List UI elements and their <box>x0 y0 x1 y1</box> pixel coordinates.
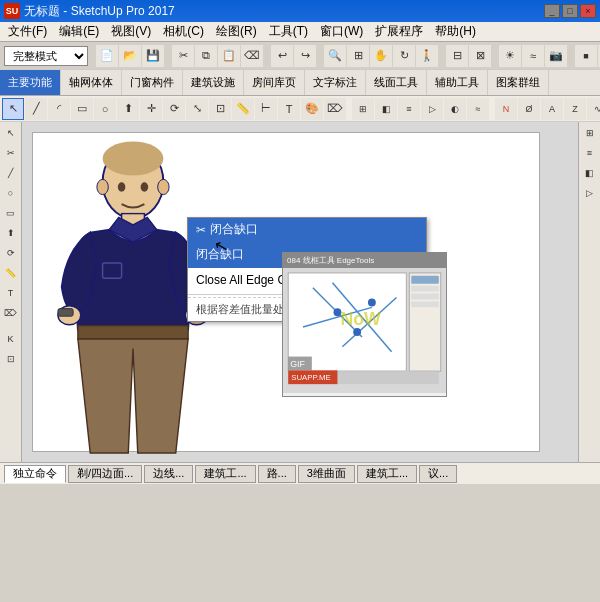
left-tool-1[interactable]: ↖ <box>2 124 20 142</box>
menu-tools[interactable]: 工具(T) <box>263 21 314 42</box>
left-tool-5[interactable]: ▭ <box>2 204 20 222</box>
extra2[interactable]: Ø <box>518 98 540 120</box>
extra3[interactable]: A <box>541 98 563 120</box>
shadows-btn[interactable]: ◐ <box>444 98 466 120</box>
fog-btn[interactable]: ≈ <box>467 98 489 120</box>
left-tool-11[interactable]: K <box>2 330 20 348</box>
svg-point-10 <box>158 179 169 194</box>
func-tab-text[interactable]: 文字标注 <box>305 70 366 95</box>
bottom-tab-1[interactable]: 剃/四边面... <box>68 465 142 483</box>
left-tool-8[interactable]: 📏 <box>2 264 20 282</box>
fog-button[interactable]: ≈ <box>522 45 544 67</box>
offset-tool[interactable]: ⊡ <box>209 98 231 120</box>
window-controls[interactable]: _ □ × <box>544 4 596 18</box>
section-plane-button[interactable]: ⊟ <box>446 45 468 67</box>
left-tool-10[interactable]: ⌦ <box>2 304 20 322</box>
extra1[interactable]: N <box>495 98 517 120</box>
svg-rect-11 <box>58 309 73 317</box>
zoom-button[interactable]: 🔍 <box>324 45 346 67</box>
new-button[interactable]: 📄 <box>96 45 118 67</box>
select-tool[interactable]: ↖ <box>2 98 24 120</box>
func-tab-pattern[interactable]: 图案群组 <box>488 70 549 95</box>
func-tab-line[interactable]: 线面工具 <box>366 70 427 95</box>
standard-tools: 📄 📂 💾 <box>96 45 164 67</box>
walk-button[interactable]: 🚶 <box>416 45 438 67</box>
maximize-button[interactable]: □ <box>562 4 578 18</box>
zoom-ext-button[interactable]: ⊞ <box>347 45 369 67</box>
rotate-tool[interactable]: ⟳ <box>163 98 185 120</box>
func-tab-main[interactable]: 主要功能 <box>0 70 61 95</box>
bottom-tab-7[interactable]: 议... <box>419 465 457 483</box>
shadow-button[interactable]: ☀ <box>499 45 521 67</box>
left-tool-3[interactable]: ╱ <box>2 164 20 182</box>
match-photo-button[interactable]: 📷 <box>545 45 567 67</box>
menu-window[interactable]: 窗口(W) <box>314 21 369 42</box>
menu-help[interactable]: 帮助(H) <box>429 21 482 42</box>
draw-rect[interactable]: ▭ <box>71 98 93 120</box>
menu-camera[interactable]: 相机(C) <box>157 21 210 42</box>
pan-button[interactable]: ✋ <box>370 45 392 67</box>
func-tab-row: 主要功能 轴网体体 门窗构件 建筑设施 房间库页 文字标注 线面工具 辅助工具 … <box>0 70 600 96</box>
app-icon: SU <box>4 3 20 19</box>
draw-circle[interactable]: ○ <box>94 98 116 120</box>
open-button[interactable]: 📂 <box>119 45 141 67</box>
rp-tool-1[interactable]: ⊞ <box>581 124 599 142</box>
minimize-button[interactable]: _ <box>544 4 560 18</box>
left-tool-2[interactable]: ✂ <box>2 144 20 162</box>
func-tab-axis[interactable]: 轴网体体 <box>61 70 122 95</box>
bottom-tab-2[interactable]: 边线... <box>144 465 193 483</box>
erase-button[interactable]: ⌫ <box>241 45 263 67</box>
menu-extensions[interactable]: 扩展程序 <box>369 21 429 42</box>
mode-selector[interactable]: 完整模式 <box>4 46 88 66</box>
func-tab-assist[interactable]: 辅助工具 <box>427 70 488 95</box>
materials-btn[interactable]: ◧ <box>375 98 397 120</box>
canvas-area[interactable]: ✂ 闭合缺口 闭合缺口 Close All Edge Gaps 根据容差值批量处… <box>22 122 600 462</box>
left-tool-6[interactable]: ⬆ <box>2 224 20 242</box>
paint-bucket[interactable]: 🎨 <box>301 98 323 120</box>
menu-bar: 文件(F) 编辑(E) 视图(V) 相机(C) 绘图(R) 工具(T) 窗口(W… <box>0 22 600 42</box>
layers-btn[interactable]: ≡ <box>398 98 420 120</box>
func-tab-door[interactable]: 门窗构件 <box>122 70 183 95</box>
left-tool-4[interactable]: ○ <box>2 184 20 202</box>
components-btn[interactable]: ⊞ <box>352 98 374 120</box>
extra4[interactable]: Z <box>564 98 586 120</box>
menu-draw[interactable]: 绘图(R) <box>210 21 263 42</box>
draw-arc[interactable]: ◜ <box>48 98 70 120</box>
menu-edit[interactable]: 编辑(E) <box>53 21 105 42</box>
cut-button[interactable]: ✂ <box>172 45 194 67</box>
func-tab-room[interactable]: 房间库页 <box>244 70 305 95</box>
left-tool-7[interactable]: ⟳ <box>2 244 20 262</box>
left-tool-12[interactable]: ⊡ <box>2 350 20 368</box>
rp-tool-3[interactable]: ◧ <box>581 164 599 182</box>
bottom-tab-4[interactable]: 路... <box>258 465 296 483</box>
left-tool-9[interactable]: T <box>2 284 20 302</box>
move-tool[interactable]: ✛ <box>140 98 162 120</box>
scale-tool[interactable]: ⤡ <box>186 98 208 120</box>
menu-file[interactable]: 文件(F) <box>2 21 53 42</box>
tape-measure[interactable]: 📏 <box>232 98 254 120</box>
eraser-tool[interactable]: ⌦ <box>324 98 346 120</box>
scenes-btn[interactable]: ▷ <box>421 98 443 120</box>
push-pull[interactable]: ⬆ <box>117 98 139 120</box>
display-section-button[interactable]: ⊠ <box>469 45 491 67</box>
dimension-tool[interactable]: ⊢ <box>255 98 277 120</box>
paste-button[interactable]: 📋 <box>218 45 240 67</box>
bottom-tab-0[interactable]: 独立命令 <box>4 465 66 483</box>
text-tool[interactable]: T <box>278 98 300 120</box>
bottom-tab-3[interactable]: 建筑工... <box>195 465 255 483</box>
copy-button[interactable]: ⧉ <box>195 45 217 67</box>
orbit-button[interactable]: ↻ <box>393 45 415 67</box>
extra5[interactable]: ∿ <box>587 98 600 120</box>
bottom-tab-5[interactable]: 3维曲面 <box>298 465 355 483</box>
rp-tool-4[interactable]: ▷ <box>581 184 599 202</box>
save-button[interactable]: 💾 <box>142 45 164 67</box>
bottom-tab-6[interactable]: 建筑工... <box>357 465 417 483</box>
rp-tool-2[interactable]: ≡ <box>581 144 599 162</box>
draw-line[interactable]: ╱ <box>25 98 47 120</box>
undo-button[interactable]: ↩ <box>271 45 293 67</box>
face-style-1[interactable]: ■ <box>575 45 597 67</box>
menu-view[interactable]: 视图(V) <box>105 21 157 42</box>
close-button[interactable]: × <box>580 4 596 18</box>
func-tab-arch[interactable]: 建筑设施 <box>183 70 244 95</box>
redo-button[interactable]: ↪ <box>294 45 316 67</box>
